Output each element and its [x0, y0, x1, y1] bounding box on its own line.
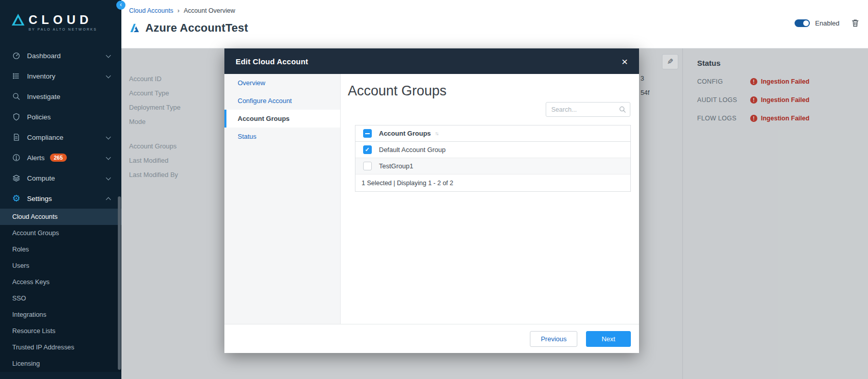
sidebar-subitem-licensing[interactable]: Licensing [0, 356, 121, 372]
sidebar-nav: Dashboard Inventory Investigate Policies… [0, 45, 121, 372]
breadcrumb: Cloud Accounts Account Overview [129, 7, 235, 14]
sidebar-item-label: Policies [27, 113, 51, 121]
alert-circle-icon [12, 154, 20, 162]
sidebar-item-label: Compute [27, 174, 55, 182]
trash-icon [851, 18, 860, 28]
enabled-toggle-label: Enabled [815, 19, 839, 27]
breadcrumb-current: Account Overview [184, 7, 235, 14]
modal-nav-overview[interactable]: Overview [224, 74, 340, 92]
chevron-down-icon [106, 73, 111, 79]
row-checkbox-checked[interactable] [363, 145, 372, 154]
page-header: Cloud Accounts Account Overview Azure Ac… [121, 0, 868, 48]
close-icon[interactable] [622, 56, 628, 67]
breadcrumb-chevron-icon [177, 7, 180, 14]
select-all-checkbox[interactable] [363, 129, 372, 138]
azure-icon [129, 22, 140, 34]
logo-subtitle: BY PALO ALTO NETWORKS [29, 28, 97, 31]
sidebar-item-label: Inventory [27, 72, 56, 80]
sidebar-item-inventory[interactable]: Inventory [0, 66, 121, 86]
previous-button[interactable]: Previous [530, 331, 577, 347]
inventory-icon [12, 72, 20, 80]
sidebar-item-label: Compliance [27, 134, 63, 141]
sidebar-item-alerts[interactable]: Alerts 265 [0, 147, 121, 168]
chevron-down-icon [106, 135, 111, 140]
sidebar-item-dashboard[interactable]: Dashboard [0, 45, 121, 66]
chevron-down-icon [106, 155, 111, 160]
account-group-name: TestGroup1 [379, 162, 413, 170]
brand-logo: CLOUD BY PALO ALTO NETWORKS [0, 0, 121, 31]
shield-icon [12, 113, 20, 121]
logo-title: CLOUD [29, 13, 97, 26]
sidebar-subitem-account-groups[interactable]: Account Groups [0, 225, 121, 241]
account-groups-table: Account Groups Default Account Group Tes… [355, 125, 631, 192]
search-input[interactable] [546, 102, 630, 117]
sidebar-item-compliance[interactable]: Compliance [0, 127, 121, 147]
sidebar-item-settings[interactable]: Settings [0, 188, 121, 209]
sidebar: CLOUD BY PALO ALTO NETWORKS Dashboard In… [0, 0, 121, 379]
sort-icon[interactable] [435, 131, 438, 136]
table-header-label: Account Groups [379, 130, 431, 137]
modal-titlebar: Edit Cloud Account [224, 48, 639, 74]
table-row[interactable]: Default Account Group [355, 142, 630, 158]
modal-nav-configure-account[interactable]: Configure Account [224, 92, 340, 110]
sidebar-scrollbar[interactable] [118, 196, 121, 370]
cloud-logo-icon [11, 13, 25, 26]
table-footer: 1 Selected | Displaying 1 - 2 of 2 [355, 174, 630, 191]
delete-account-button[interactable] [851, 18, 860, 28]
settings-submenu: Cloud Accounts Account Groups Roles User… [0, 209, 121, 372]
sidebar-item-label: Alerts [27, 154, 45, 162]
sidebar-item-label: Settings [27, 195, 52, 203]
sidebar-item-investigate[interactable]: Investigate [0, 86, 121, 107]
chevron-down-icon [106, 175, 111, 181]
sidebar-subitem-cloud-accounts[interactable]: Cloud Accounts [0, 209, 121, 225]
table-row[interactable]: TestGroup1 [355, 158, 630, 174]
sidebar-item-label: Investigate [27, 93, 60, 100]
enabled-toggle[interactable] [795, 19, 810, 27]
sidebar-subitem-trusted-ip-addresses[interactable]: Trusted IP Addresses [0, 339, 121, 356]
account-group-name: Default Account Group [379, 146, 446, 154]
magnifier-icon [12, 92, 20, 100]
page-title: Azure AccountTest [145, 21, 248, 35]
sidebar-subitem-integrations[interactable]: Integrations [0, 307, 121, 323]
sidebar-item-label: Dashboard [27, 52, 61, 60]
sidebar-subitem-users[interactable]: Users [0, 258, 121, 274]
sidebar-collapse-button[interactable] [116, 1, 125, 10]
search-box [546, 102, 630, 117]
layers-icon [12, 174, 20, 182]
app-screen: CLOUD BY PALO ALTO NETWORKS Dashboard In… [0, 0, 868, 379]
chevron-down-icon [106, 53, 111, 58]
search-icon [619, 106, 626, 113]
edit-cloud-account-modal: Edit Cloud Account Overview Configure Ac… [224, 48, 639, 353]
gear-icon [12, 194, 20, 203]
sidebar-subitem-resource-lists[interactable]: Resource Lists [0, 323, 121, 339]
sidebar-item-compute[interactable]: Compute [0, 168, 121, 188]
sidebar-item-policies[interactable]: Policies [0, 107, 121, 127]
sidebar-subitem-access-keys[interactable]: Access Keys [0, 274, 121, 290]
modal-content-heading: Account Groups [348, 83, 447, 99]
modal-footer: Previous Next [224, 324, 639, 353]
next-button[interactable]: Next [586, 331, 631, 347]
document-icon [12, 133, 20, 141]
chevron-up-icon [106, 197, 111, 203]
modal-content: Account Groups Account Groups D [341, 74, 639, 324]
sidebar-subitem-sso[interactable]: SSO [0, 290, 121, 307]
breadcrumb-cloud-accounts-link[interactable]: Cloud Accounts [129, 7, 173, 14]
row-checkbox-unchecked[interactable] [363, 162, 372, 170]
alerts-count-badge: 265 [50, 154, 67, 162]
modal-title: Edit Cloud Account [236, 57, 622, 66]
modal-nav-status[interactable]: Status [224, 128, 340, 145]
table-header-row: Account Groups [355, 125, 630, 142]
dashboard-icon [12, 52, 20, 60]
modal-step-nav: Overview Configure Account Account Group… [224, 74, 341, 324]
sidebar-subitem-roles[interactable]: Roles [0, 241, 121, 258]
modal-nav-account-groups[interactable]: Account Groups [224, 110, 340, 128]
